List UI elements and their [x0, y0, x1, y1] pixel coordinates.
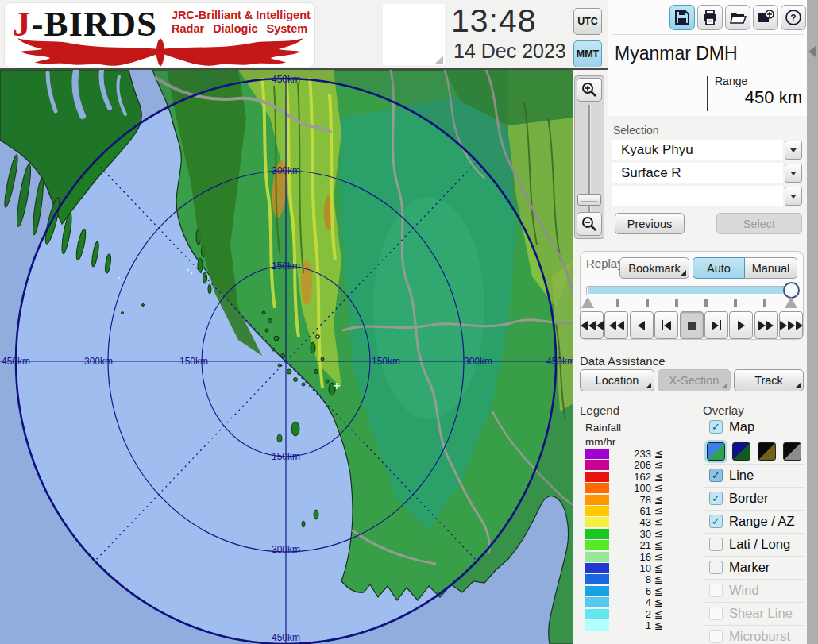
ring-label: 300km: [272, 544, 300, 555]
fast-forward-icon: [758, 321, 766, 330]
overlay-checkbox-marker[interactable]: [709, 561, 723, 574]
overlay-checkbox-map[interactable]: ✓: [709, 420, 723, 434]
legend-swatch: [585, 506, 609, 516]
replay-start-marker[interactable]: [581, 297, 594, 308]
legend-leq-symbol: ≦: [654, 528, 663, 540]
ring-label: 150km: [372, 356, 400, 367]
track-button[interactable]: Track: [734, 369, 804, 391]
legend-leq-symbol: ≦: [654, 573, 663, 585]
fastest-forward-icon: [788, 321, 795, 330]
step-backward-icon: [664, 321, 671, 330]
manual-mode-button[interactable]: Manual: [745, 257, 797, 279]
legend-swatch: [585, 449, 609, 459]
location-button[interactable]: Location: [580, 369, 654, 391]
stop-button[interactable]: [680, 311, 704, 339]
legend-value: 16: [610, 551, 651, 563]
replay-slider-handle[interactable]: [783, 282, 800, 299]
zoom-slider-track[interactable]: [588, 105, 591, 224]
ring-label: 150km: [272, 260, 300, 272]
zoom-out-button[interactable]: [577, 212, 602, 236]
overlay-checkbox-border[interactable]: ✓: [709, 492, 723, 505]
replay-slider-fill: [588, 287, 786, 294]
data-assistance-label: Data Assistance: [580, 354, 666, 368]
bookmark-button[interactable]: Bookmark: [619, 257, 689, 279]
legend-leq-symbol: ≦: [654, 482, 663, 494]
overlay-item-label: Shear Line: [729, 606, 793, 621]
fast-rewind-icon: [581, 321, 588, 330]
overlay-divider: [704, 438, 804, 438]
x-section-button[interactable]: X-Section: [658, 369, 731, 391]
open-folder-button[interactable]: [725, 5, 750, 30]
overlay-divider: [704, 510, 804, 511]
replay-label: Replay: [586, 256, 623, 270]
station-title: Myanmar DMH: [615, 43, 738, 64]
printer-icon: [701, 9, 719, 26]
fastest-forward-button[interactable]: [779, 311, 803, 339]
legend-label: Legend: [580, 403, 619, 417]
clock-time: 13:48: [451, 2, 537, 40]
overlay-checkbox-lati-long[interactable]: [709, 538, 723, 551]
rewind-icon: [609, 321, 616, 330]
ring-label: 150km: [179, 356, 208, 367]
legend-value: 233: [610, 448, 651, 460]
legend-value: 78: [610, 494, 651, 506]
overlay-checkbox-line[interactable]: ✓: [709, 469, 723, 482]
overlay-checkbox-range-az[interactable]: ✓: [709, 515, 723, 528]
logo-slogan: JRC-Brilliant & Intelligent Radar Dialog…: [172, 9, 311, 36]
svg-text:?: ?: [790, 13, 796, 24]
product-dropdown-button[interactable]: [785, 164, 802, 183]
overlay-divider: [704, 556, 804, 557]
utc-button[interactable]: UTC: [573, 8, 602, 35]
panel-edge-strip: [807, 0, 818, 644]
legend-value: 1: [610, 619, 651, 631]
legend-value: 43: [610, 516, 651, 528]
step-backward-icon: [662, 320, 664, 330]
print-button[interactable]: [697, 5, 723, 30]
select-button[interactable]: Select: [716, 213, 802, 234]
rewind-button[interactable]: [604, 311, 628, 339]
selection-dropdown-product[interactable]: Surface R: [612, 163, 783, 183]
step-forward-button[interactable]: [704, 311, 728, 339]
ring-label: 300km: [84, 356, 113, 367]
extra-dropdown-button[interactable]: [785, 187, 802, 206]
zoom-in-icon: [581, 81, 598, 98]
play-backward-button[interactable]: [630, 311, 654, 339]
overlay-item-label: Map: [729, 419, 754, 434]
overlay-item-label: Range / AZ: [729, 514, 795, 529]
replay-tick: [763, 299, 766, 307]
ring-label: 450km: [272, 632, 300, 643]
collapse-panel-icon[interactable]: [808, 46, 816, 57]
step-backward-button[interactable]: [654, 311, 678, 339]
selection-dropdown-extra[interactable]: [612, 186, 783, 206]
control-panel: ? Myanmar DMH Range 450 km Selection Kya…: [573, 0, 807, 644]
help-button[interactable]: ?: [781, 5, 806, 30]
fast-rewind-button[interactable]: [580, 311, 604, 339]
overlay-item-label: Line: [729, 468, 754, 483]
resize-grip-icon[interactable]: [435, 56, 443, 64]
map-style-swatch[interactable]: [758, 442, 776, 461]
overlay-divider: [704, 533, 804, 534]
save-button[interactable]: [669, 5, 695, 30]
legend-value: 100: [610, 482, 651, 494]
zoom-in-button[interactable]: [577, 78, 602, 102]
replay-slider-track[interactable]: [586, 286, 796, 295]
overlay-label: Overlay: [703, 403, 744, 417]
previous-button[interactable]: Previous: [615, 213, 685, 234]
legend-unit-1: Rainfall: [585, 422, 621, 434]
map-style-swatch[interactable]: [783, 442, 801, 461]
replay-end-marker[interactable]: [785, 297, 797, 308]
play-button[interactable]: [729, 311, 753, 339]
site-dropdown-button[interactable]: [785, 141, 802, 160]
zoom-slider-thumb[interactable]: [577, 194, 601, 206]
legend-leq-symbol: ≦: [654, 459, 663, 471]
station-logo-box[interactable]: [383, 4, 445, 65]
overlay-checkbox-microburst: [709, 630, 723, 643]
map-style-swatch[interactable]: [732, 442, 750, 461]
add-image-button[interactable]: [753, 5, 778, 30]
radar-map[interactable]: 450km300km150km150km300km450km450km300km…: [0, 70, 573, 644]
selection-dropdown-site[interactable]: Kyauk Phyu: [612, 140, 783, 160]
map-style-swatch[interactable]: [707, 442, 725, 461]
fast-forward-button[interactable]: [754, 311, 778, 339]
mmt-button[interactable]: MMT: [573, 40, 602, 67]
auto-mode-button[interactable]: Auto: [693, 257, 745, 279]
